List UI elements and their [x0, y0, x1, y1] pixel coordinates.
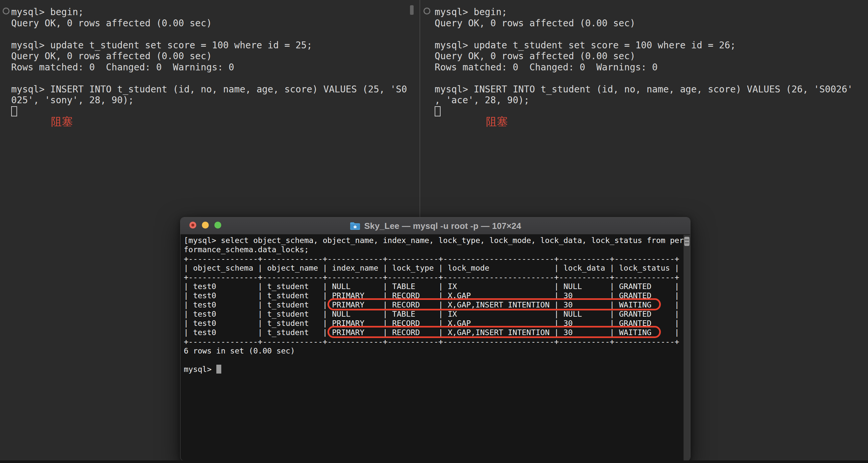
table-row: | test0 | t_student | NULL | TABLE | IX …	[184, 282, 688, 291]
blank-line	[184, 356, 688, 365]
query-line: formance_schema.data_locks;	[184, 245, 688, 254]
output-line: 025', 'sony', 28, 90);	[11, 95, 407, 106]
table-row: | test0 | t_student | NULL | TABLE | IX …	[184, 309, 688, 319]
highlight-oval-waiting-row-1	[328, 298, 661, 310]
prompt-line: mysql>	[184, 365, 688, 374]
left-pane-scrollbar-thumb[interactable]	[410, 5, 414, 15]
status-line: 6 rows in set (0.00 sec)	[184, 346, 688, 356]
output-line	[435, 29, 853, 40]
query-line: [mysql> select object_schema, object_nam…	[184, 236, 688, 245]
output-line: mysql> INSERT INTO t_student (id, no, na…	[435, 84, 853, 95]
window-title: Sky_Lee — mysql -u root -p — 107×24	[364, 221, 521, 231]
output-line: Rows matched: 0 Changed: 0 Warnings: 0	[11, 62, 407, 73]
terminal-output-area[interactable]: [mysql> select object_schema, object_nam…	[181, 235, 690, 461]
input-cursor[interactable]	[11, 106, 17, 116]
output-line: Rows matched: 0 Changed: 0 Warnings: 0	[435, 62, 853, 73]
output-line: Query OK, 0 rows affected (0.00 sec)	[11, 51, 407, 62]
output-line: mysql> INSERT INTO t_student (id, no, na…	[11, 84, 407, 95]
input-cursor[interactable]	[435, 106, 441, 116]
terminal-pane-left[interactable]: mysql> begin; Query OK, 0 rows affected …	[11, 7, 407, 106]
terminal-pane-right[interactable]: mysql> begin; Query OK, 0 rows affected …	[435, 7, 853, 106]
blocked-annotation: 阻塞	[486, 116, 508, 128]
output-line: Query OK, 0 rows affected (0.00 sec)	[11, 18, 407, 29]
table-border-line: +---------------+-------------+---------…	[184, 273, 688, 282]
table-header-line: | object_schema | object_name | index_na…	[184, 264, 688, 273]
output-line: , 'ace', 28, 90);	[435, 95, 853, 106]
scrollbar-thumb[interactable]	[684, 237, 689, 246]
output-line: mysql> begin;	[435, 7, 853, 18]
terminal-cursor[interactable]	[216, 365, 221, 374]
window-titlebar[interactable]: Sky_Lee — mysql -u root -p — 107×24	[181, 217, 690, 235]
output-line: Query OK, 0 rows affected (0.00 sec)	[435, 51, 853, 62]
output-line	[11, 29, 407, 40]
output-line	[435, 73, 853, 84]
output-line: mysql> begin;	[11, 7, 407, 18]
scrollbar-track[interactable]	[684, 235, 690, 461]
highlight-oval-waiting-row-2	[328, 326, 661, 338]
terminal-window: Sky_Lee — mysql -u root -p — 107×24 [mys…	[180, 217, 690, 461]
terminal-run-marker-icon	[3, 7, 9, 14]
output-line: mysql> update t_student set score = 100 …	[435, 40, 853, 51]
terminal-run-marker-icon	[424, 7, 430, 14]
output-line: Query OK, 0 rows affected (0.00 sec)	[435, 18, 853, 29]
table-border-line: +---------------+-------------+---------…	[184, 337, 688, 346]
output-line	[11, 73, 407, 84]
screen-bottom-strip	[0, 460, 868, 463]
folder-icon	[349, 222, 361, 230]
blocked-annotation: 阻塞	[51, 116, 73, 128]
table-border-line: +---------------+-------------+---------…	[184, 254, 688, 264]
output-line: mysql> update t_student set score = 100 …	[11, 40, 407, 51]
